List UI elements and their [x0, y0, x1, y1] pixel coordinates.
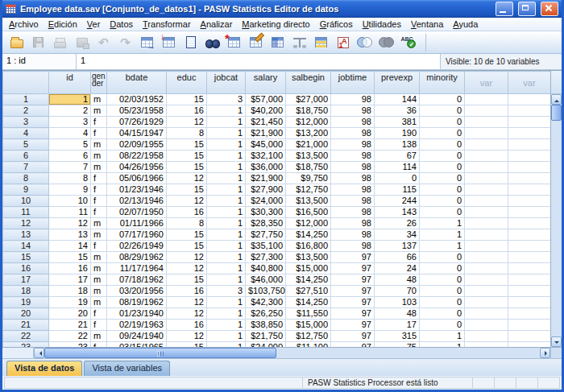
- cell-12-jobtime[interactable]: 98: [331, 218, 375, 229]
- cell-8-id[interactable]: 8: [49, 173, 91, 184]
- cell-16-salary[interactable]: $40,800: [246, 263, 286, 274]
- cell-7-var[interactable]: [508, 162, 551, 173]
- cell-19-salary[interactable]: $42,300: [246, 297, 286, 308]
- cell-13-salary[interactable]: $27,750: [246, 229, 286, 241]
- cell-13-id[interactable]: 13: [49, 229, 91, 241]
- cell-15-id[interactable]: 15: [49, 252, 91, 263]
- cell-9-jobtime[interactable]: 98: [331, 184, 375, 196]
- cell-20-gender[interactable]: f: [91, 308, 107, 320]
- cell-5-salbegin[interactable]: $21,000: [286, 139, 331, 151]
- scroll-down-button[interactable]: [551, 336, 562, 347]
- column-header-prevexp[interactable]: prevexp: [375, 72, 420, 94]
- cell-15-bdate[interactable]: 08/29/1962: [107, 252, 167, 263]
- cell-2-salary[interactable]: $40,200: [246, 105, 286, 117]
- minimize-button[interactable]: [496, 2, 513, 16]
- row-header-20[interactable]: 20: [3, 308, 49, 320]
- cell-11-salbegin[interactable]: $16,500: [286, 207, 331, 218]
- cell-2-educ[interactable]: 16: [167, 105, 207, 117]
- cell-20-prevexp[interactable]: 48: [375, 308, 420, 320]
- cell-16-minority[interactable]: 0: [420, 263, 465, 274]
- cell-20-educ[interactable]: 12: [167, 308, 207, 320]
- cell-8-prevexp[interactable]: 0: [375, 173, 420, 184]
- cell-10-prevexp[interactable]: 244: [375, 196, 420, 207]
- cell-8-gender[interactable]: f: [91, 173, 107, 184]
- cell-8-salary[interactable]: $21,900: [246, 173, 286, 184]
- cell-21-minority[interactable]: 0: [420, 320, 465, 331]
- cell-21-var[interactable]: [465, 320, 508, 331]
- variables-button[interactable]: [180, 33, 201, 52]
- cell-23-id[interactable]: 23: [49, 342, 91, 348]
- cell-18-educ[interactable]: 16: [167, 286, 207, 297]
- goto-variable-button[interactable]: ↓: [158, 33, 180, 52]
- cell-7-jobcat[interactable]: 1: [207, 162, 246, 173]
- insert-variable-button[interactable]: [245, 33, 267, 52]
- cell-17-jobtime[interactable]: 97: [331, 274, 375, 286]
- cell-11-minority[interactable]: 0: [420, 207, 465, 218]
- column-header-bdate[interactable]: bdate: [107, 72, 167, 94]
- cell-17-id[interactable]: 17: [49, 274, 91, 286]
- show-all-variables-button[interactable]: [375, 33, 397, 52]
- cell-22-salbegin[interactable]: $12,750: [286, 331, 331, 342]
- cell-23-jobcat[interactable]: 1: [207, 342, 246, 348]
- cell-12-salary[interactable]: $28,350: [246, 218, 286, 229]
- cell-9-var[interactable]: [465, 184, 508, 196]
- cell-23-educ[interactable]: 15: [167, 342, 207, 348]
- cell-4-prevexp[interactable]: 190: [375, 128, 420, 139]
- cell-15-educ[interactable]: 12: [167, 252, 207, 263]
- cell-4-var[interactable]: [508, 128, 551, 139]
- tab-vista-de-datos[interactable]: Vista de datos: [6, 361, 82, 376]
- menu-datos[interactable]: Datos: [105, 19, 138, 30]
- horizontal-scrollbar[interactable]: [2, 347, 562, 358]
- cell-8-jobtime[interactable]: 98: [331, 173, 375, 184]
- row-header-9[interactable]: 9: [3, 184, 49, 196]
- scroll-up-button[interactable]: [551, 94, 562, 105]
- cell-9-minority[interactable]: 0: [420, 184, 465, 196]
- cell-14-bdate[interactable]: 02/26/1949: [107, 241, 167, 252]
- cell-17-jobcat[interactable]: 1: [207, 274, 246, 286]
- cell-17-var[interactable]: [465, 274, 508, 286]
- cell-14-var[interactable]: [508, 241, 551, 252]
- cell-7-bdate[interactable]: 04/26/1956: [107, 162, 167, 173]
- cell-9-var[interactable]: [508, 184, 551, 196]
- cell-15-minority[interactable]: 0: [420, 252, 465, 263]
- cell-22-id[interactable]: 22: [49, 331, 91, 342]
- menu-analizar[interactable]: Analizar: [196, 19, 238, 30]
- vertical-scroll-track[interactable]: [551, 121, 562, 336]
- cell-5-var[interactable]: [465, 139, 508, 151]
- cell-21-gender[interactable]: f: [91, 320, 107, 331]
- cell-15-salary[interactable]: $27,300: [246, 252, 286, 263]
- cell-5-prevexp[interactable]: 138: [375, 139, 420, 151]
- cell-18-jobcat[interactable]: 3: [207, 286, 246, 297]
- cell-10-jobcat[interactable]: 1: [207, 196, 246, 207]
- cell-19-var[interactable]: [465, 297, 508, 308]
- cell-8-var[interactable]: [508, 173, 551, 184]
- cell-6-salary[interactable]: $32,100: [246, 151, 286, 162]
- cell-7-var[interactable]: [465, 162, 508, 173]
- weight-cases-button[interactable]: [288, 33, 310, 52]
- cell-3-salary[interactable]: $21,450: [246, 117, 286, 128]
- cell-18-salbegin[interactable]: $27,510: [286, 286, 331, 297]
- cell-2-id[interactable]: 2: [49, 105, 91, 117]
- cell-5-minority[interactable]: 0: [420, 139, 465, 151]
- cell-13-bdate[interactable]: 07/17/1960: [107, 229, 167, 241]
- vertical-scroll-thumb[interactable]: [551, 105, 562, 121]
- cell-14-salbegin[interactable]: $16,800: [286, 241, 331, 252]
- cell-14-jobtime[interactable]: 98: [331, 241, 375, 252]
- column-header-id[interactable]: id: [49, 72, 91, 94]
- cell-1-salbegin[interactable]: $27,000: [286, 94, 331, 105]
- cell-5-var[interactable]: [508, 139, 551, 151]
- cell-15-prevexp[interactable]: 66: [375, 252, 420, 263]
- cell-10-educ[interactable]: 12: [167, 196, 207, 207]
- cell-16-jobcat[interactable]: 1: [207, 263, 246, 274]
- cell-13-jobcat[interactable]: 1: [207, 229, 246, 241]
- vertical-scrollbar[interactable]: [550, 71, 562, 347]
- cell-8-salbegin[interactable]: $9,750: [286, 173, 331, 184]
- cell-18-gender[interactable]: m: [91, 286, 107, 297]
- cell-8-var[interactable]: [465, 173, 508, 184]
- cell-11-jobtime[interactable]: 98: [331, 207, 375, 218]
- cell-11-jobcat[interactable]: 1: [207, 207, 246, 218]
- cell-22-gender[interactable]: m: [91, 331, 107, 342]
- cell-18-bdate[interactable]: 03/20/1956: [107, 286, 167, 297]
- column-header-gender[interactable]: gender: [91, 72, 107, 94]
- cell-11-var[interactable]: [508, 207, 551, 218]
